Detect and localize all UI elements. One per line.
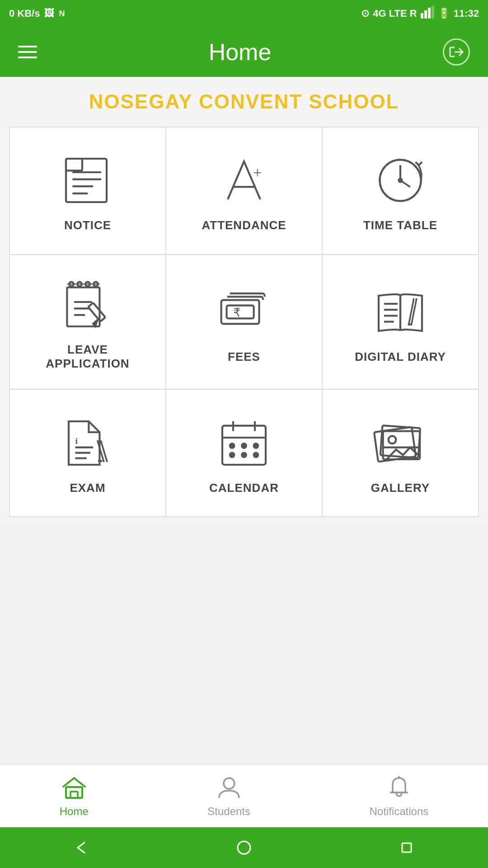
- battery-icon: 🔋: [438, 8, 450, 19]
- calendar-item[interactable]: CALENDAR: [166, 390, 322, 516]
- svg-rect-1: [424, 10, 427, 19]
- home-button[interactable]: [230, 834, 258, 861]
- gallery-item[interactable]: GALLERY: [323, 390, 478, 516]
- svg-rect-18: [67, 288, 99, 326]
- diary-label: DIGITAL DIARY: [355, 350, 446, 364]
- status-bar: 0 KB/s 🖼 N ⊙ 4G LTE R 🔋 11:32: [0, 0, 488, 27]
- attendance-icon: +: [217, 153, 271, 208]
- svg-point-55: [230, 453, 235, 457]
- fees-icon: ₹: [217, 285, 271, 339]
- timetable-label: TIME TABLE: [363, 218, 437, 232]
- svg-rect-2: [428, 8, 431, 19]
- notice-item[interactable]: NOTICE: [10, 127, 165, 254]
- exam-item[interactable]: i EXAM: [10, 390, 165, 516]
- diary-item[interactable]: DIGITAL DIARY: [323, 255, 478, 389]
- svg-rect-3: [432, 6, 434, 19]
- svg-point-53: [242, 443, 246, 448]
- recent-button[interactable]: [393, 834, 420, 861]
- timetable-item[interactable]: TIME TABLE: [323, 127, 478, 254]
- menu-button[interactable]: [18, 46, 37, 58]
- svg-rect-69: [402, 843, 411, 852]
- timetable-icon: [373, 153, 427, 208]
- svg-point-65: [224, 778, 235, 789]
- svg-text:₹: ₹: [233, 305, 241, 319]
- svg-text:+: +: [252, 164, 263, 181]
- bottom-navigation: Home Students Notifications: [0, 764, 488, 827]
- menu-grid: NOTICE + ATTENDANCE: [9, 127, 479, 517]
- svg-line-46: [101, 440, 107, 462]
- calendar-icon: [217, 416, 271, 470]
- diary-icon: [373, 285, 427, 339]
- nav-notifications-label: Notifications: [370, 805, 429, 818]
- fees-label: FEES: [228, 350, 260, 364]
- time-display: 11:32: [454, 8, 479, 19]
- leave-icon: [61, 278, 115, 332]
- logout-button[interactable]: [443, 38, 470, 66]
- wifi-icon: ⊙: [361, 8, 369, 19]
- notice-icon: [61, 153, 115, 208]
- page-title: Home: [209, 38, 272, 66]
- notice-label: NOTICE: [64, 218, 111, 232]
- status-bar-left: 0 KB/s 🖼 N: [9, 8, 65, 19]
- nav-students-label: Students: [207, 805, 250, 818]
- svg-rect-10: [66, 159, 82, 170]
- attendance-label: ATTENDANCE: [202, 218, 286, 232]
- nav-home[interactable]: Home: [42, 770, 107, 822]
- svg-marker-28: [93, 320, 98, 326]
- attendance-item[interactable]: + ATTENDANCE: [166, 127, 322, 254]
- network-icon: N: [59, 9, 65, 19]
- signal-text: 4G LTE R: [373, 8, 417, 19]
- back-button[interactable]: [68, 834, 95, 861]
- main-content: NOSEGAY CONVENT SCHOOL NOTICE: [0, 77, 488, 526]
- svg-point-68: [238, 841, 250, 854]
- kb-status: 0 KB/s: [9, 8, 40, 19]
- svg-point-52: [230, 443, 235, 448]
- leave-label: LEAVEAPPLICATION: [46, 343, 129, 371]
- svg-rect-63: [66, 787, 82, 798]
- svg-point-62: [389, 436, 396, 443]
- svg-point-54: [254, 443, 258, 448]
- exam-icon: i: [61, 416, 115, 470]
- svg-point-17: [399, 179, 402, 182]
- svg-rect-64: [70, 792, 78, 798]
- signal-bars: [421, 6, 434, 21]
- android-nav-bar: [0, 827, 488, 868]
- nav-notifications[interactable]: Notifications: [352, 770, 447, 822]
- nav-home-label: Home: [60, 805, 89, 818]
- svg-point-56: [242, 453, 246, 457]
- gallery-icon: [373, 416, 427, 470]
- calendar-label: CALENDAR: [209, 481, 279, 495]
- app-header: Home: [0, 27, 488, 77]
- svg-rect-5: [66, 159, 107, 202]
- nav-students[interactable]: Students: [189, 770, 268, 822]
- school-name: NOSEGAY CONVENT SCHOOL: [9, 90, 479, 113]
- exam-label: EXAM: [70, 481, 105, 495]
- svg-line-45: [98, 440, 104, 462]
- fees-item[interactable]: ₹ FEES: [166, 255, 322, 389]
- image-icon: 🖼: [44, 8, 54, 19]
- svg-point-57: [254, 453, 258, 457]
- svg-rect-0: [421, 13, 423, 19]
- svg-rect-27: [88, 303, 105, 321]
- status-bar-right: ⊙ 4G LTE R 🔋 11:32: [361, 6, 479, 21]
- svg-text:i: i: [75, 436, 78, 446]
- gallery-label: GALLERY: [371, 481, 430, 495]
- leave-item[interactable]: LEAVEAPPLICATION: [10, 255, 165, 389]
